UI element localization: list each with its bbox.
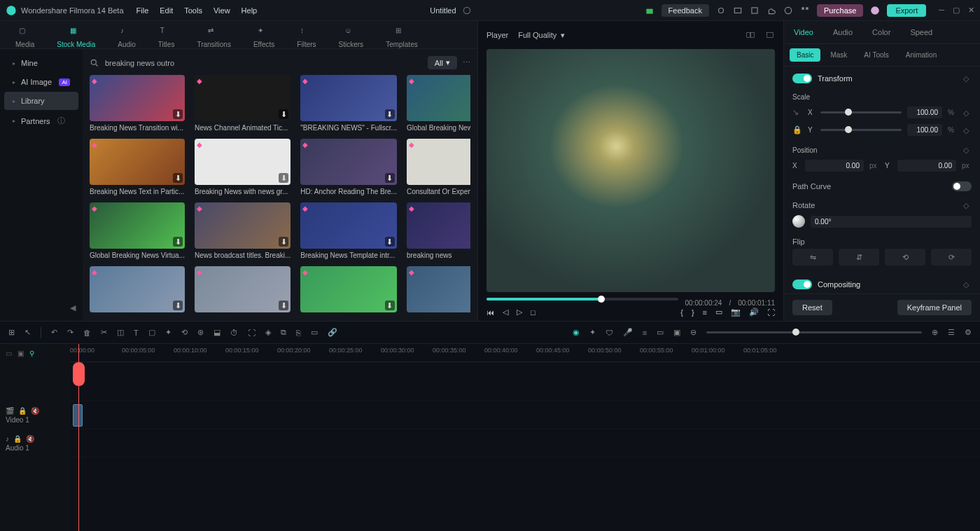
compositing-toggle[interactable] (792, 280, 812, 289)
tl-tool-icon[interactable]: ⧉ (281, 328, 286, 337)
filter-dropdown[interactable]: All▾ (428, 56, 457, 69)
rotate-dial[interactable] (792, 215, 805, 228)
sidebar-item-mine[interactable]: ▸Mine (4, 54, 78, 72)
download-icon[interactable]: ⬇ (279, 237, 288, 247)
download-icon[interactable]: ⬇ (385, 109, 395, 119)
snapshot-icon[interactable] (765, 30, 775, 40)
media-thumbnail[interactable]: ◆⬇News broadcast titles. Breaki... (195, 202, 290, 259)
media-thumbnail[interactable]: ◆⬇ (407, 266, 470, 312)
tab-stickers[interactable]: ☺Stickers (337, 24, 365, 51)
tl-ai-icon[interactable]: ◉ (573, 328, 580, 337)
mark-in-icon[interactable]: { (680, 308, 683, 317)
rotate-ccw-button[interactable]: ⟳ (931, 249, 972, 266)
tl-pointer-icon[interactable]: ↖ (24, 328, 31, 337)
step-back-icon[interactable]: ◁ (503, 308, 508, 317)
mic-icon[interactable]: 🎤 (623, 328, 633, 337)
scale-y-input[interactable] (907, 124, 942, 136)
tl-tool-icon[interactable]: ◈ (265, 328, 271, 337)
path-curve-toggle[interactable] (952, 181, 972, 191)
flip-horizontal-button[interactable]: ⇋ (792, 249, 833, 266)
redo-icon[interactable]: ↷ (67, 328, 74, 337)
link-icon[interactable]: 🔗 (328, 328, 337, 337)
timeline-ruler[interactable]: 00:00:0000:00:05:0000:00:10:0000:00:15:0… (70, 344, 980, 362)
tl-tool-icon[interactable]: ✦ (165, 328, 172, 337)
download-icon[interactable]: ⬇ (173, 173, 183, 183)
tl-tool-icon[interactable]: ⛶ (248, 329, 255, 337)
more-options-icon[interactable]: ⋯ (463, 58, 470, 67)
play-icon[interactable]: ▷ (517, 308, 522, 317)
zoom-in-icon[interactable]: ⊕ (932, 328, 938, 337)
history-icon[interactable] (783, 6, 793, 15)
pos-y-input[interactable] (897, 160, 956, 172)
tl-tool-icon[interactable]: ⬓ (214, 328, 220, 337)
tl-tool-icon[interactable]: ▭ (657, 328, 664, 337)
media-thumbnail[interactable]: ◆⬇Global Breaking News Virtua... (407, 75, 470, 132)
flip-vertical-button[interactable]: ⇵ (839, 249, 879, 266)
media-thumbnail[interactable]: ◆⬇Global Breaking News Virtua... (90, 202, 185, 259)
download-icon[interactable]: ⬇ (279, 301, 288, 310)
download-icon[interactable]: ⬇ (385, 237, 395, 247)
scale-x-slider[interactable] (820, 111, 902, 113)
sidebar-item-ai-image[interactable]: ▸AI ImageAI (4, 73, 78, 91)
pos-x-input[interactable] (805, 160, 864, 172)
scale-x-input[interactable] (907, 106, 942, 118)
menu-help[interactable]: Help (241, 6, 258, 15)
keyframe-panel-button[interactable]: Keyframe Panel (897, 300, 972, 315)
media-thumbnail[interactable]: ◆⬇ (300, 266, 397, 312)
tab-stock-media[interactable]: ▦Stock Media (55, 24, 97, 51)
lock-icon[interactable]: 🔒 (13, 435, 22, 443)
menu-file[interactable]: File (136, 6, 149, 15)
media-thumbnail[interactable]: ◆⬇News Channel Animated Tic... (195, 75, 290, 132)
transform-toggle[interactable] (792, 74, 812, 83)
tab-transitions[interactable]: ⇄Transitions (195, 24, 232, 51)
tl-tool-icon[interactable]: ▭ (311, 328, 318, 337)
media-thumbnail[interactable]: ◆⬇HD: Anchor Reading The Bre... (300, 139, 397, 195)
mark-out-icon[interactable]: } (692, 308, 694, 317)
tl-tool-icon[interactable]: 🛡 (606, 329, 613, 337)
rotate-input[interactable] (811, 216, 972, 228)
tl-tool-icon[interactable]: ✦ (589, 328, 596, 337)
gift-icon[interactable] (645, 6, 654, 15)
prop-tab-audio[interactable]: Audio (823, 21, 862, 43)
subtab-animation[interactable]: Animation (899, 48, 944, 62)
prev-frame-icon[interactable]: ⏮ (486, 308, 494, 317)
playhead[interactable] (78, 344, 79, 531)
avatar-icon[interactable] (870, 6, 880, 15)
video-track-icon[interactable]: 🎬 (6, 407, 14, 415)
download-icon[interactable]: ⬇ (173, 109, 183, 119)
download-icon[interactable]: ⬇ (173, 301, 183, 310)
tab-audio[interactable]: ♪Audio (116, 24, 137, 51)
media-thumbnail[interactable]: ◆⬇ (195, 266, 290, 312)
download-icon[interactable]: ⬇ (279, 109, 288, 119)
delete-icon[interactable]: 🗑 (83, 329, 91, 337)
fullscreen-icon[interactable]: ⛶ (767, 308, 775, 317)
playback-scrubber[interactable] (486, 298, 678, 301)
export-button[interactable]: Export (887, 4, 926, 17)
download-icon[interactable]: ⬇ (173, 237, 183, 247)
media-thumbnail[interactable]: ◆⬇ (90, 266, 185, 312)
tl-tool-icon[interactable]: ▣ (673, 328, 680, 337)
magnet-icon[interactable]: ⚲ (29, 350, 34, 357)
reset-button[interactable]: Reset (792, 300, 832, 315)
audio-track-icon[interactable]: ♪ (6, 435, 9, 443)
cloud-sync-icon[interactable] (462, 6, 472, 15)
kf-icon[interactable]: ◇ (963, 109, 972, 117)
media-thumbnail[interactable]: ◆⬇"BREAKING NEWS" - Fullscr... (300, 75, 397, 132)
tl-tool-icon[interactable]: ⟲ (181, 328, 188, 337)
minimize-icon[interactable]: ─ (939, 6, 944, 15)
quality-dropdown[interactable]: Full Quality ▾ (518, 31, 565, 40)
volume-icon[interactable]: 🔊 (749, 308, 759, 317)
feedback-button[interactable]: Feedback (662, 4, 709, 17)
prop-tab-video[interactable]: Video (784, 21, 823, 43)
compare-icon[interactable] (746, 30, 755, 40)
kf-icon[interactable]: ◇ (963, 126, 972, 135)
tab-media[interactable]: ▢Media (14, 24, 36, 51)
zoom-out-icon[interactable]: ⊖ (690, 328, 696, 337)
purchase-button[interactable]: Purchase (817, 4, 863, 17)
download-icon[interactable]: ⬇ (385, 301, 395, 310)
tl-mode-icon[interactable]: ▭ (6, 350, 12, 357)
lock-icon[interactable]: 🔒 (18, 407, 27, 415)
prop-tab-speed[interactable]: Speed (900, 21, 942, 43)
media-thumbnail[interactable]: ◆⬇Consultant Or Expert Advice... (407, 139, 470, 195)
sidebar-item-partners[interactable]: ▸Partnersⓘ (4, 111, 78, 131)
